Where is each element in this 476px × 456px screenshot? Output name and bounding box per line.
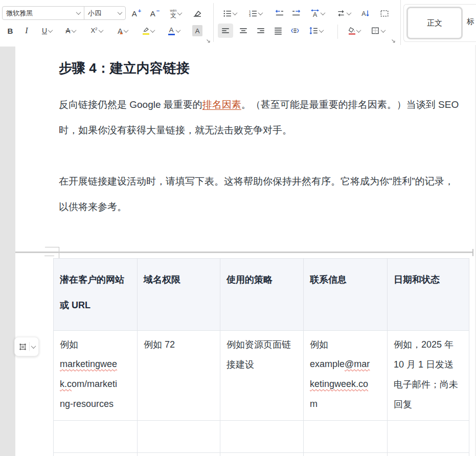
shading-fill-button[interactable] (345, 24, 364, 38)
distribute-icon (290, 26, 300, 35)
grow-font-button[interactable]: A+ (129, 6, 144, 20)
header-cell-prospect-site[interactable]: 潜在客户的网站或 URL (53, 259, 137, 330)
character-border-button[interactable] (378, 6, 391, 20)
line-spacing-button[interactable] (306, 24, 326, 38)
empty-cell[interactable] (53, 453, 137, 456)
chevron-down-icon (319, 28, 324, 33)
shrink-font-icon: A (150, 10, 155, 17)
chevron-down-icon (356, 28, 361, 33)
margin-corner-mark (59, 253, 59, 258)
align-center-button[interactable] (236, 24, 251, 38)
numbered-list-button[interactable]: 1 2 3 (246, 6, 264, 20)
font-dialog-launcher[interactable] (206, 38, 211, 43)
char-border-icon (380, 9, 389, 18)
empty-cell[interactable] (387, 453, 469, 456)
align-right-button[interactable] (254, 24, 268, 38)
margin-corner-mark (59, 247, 59, 252)
italic-button[interactable]: I (21, 24, 32, 38)
style-item-normal[interactable]: 正文 (406, 7, 463, 39)
table-row: 例如marketingweek.com/marketing-resources … (53, 331, 469, 421)
wrap-arrows-icon (336, 9, 346, 18)
empty-cell[interactable] (303, 453, 387, 456)
strikethrough-button[interactable]: A (61, 24, 80, 38)
align-center-icon (239, 26, 248, 35)
margin-corner-mark (45, 247, 59, 247)
bold-icon: B (8, 27, 13, 35)
text-wrap-button[interactable] (334, 6, 353, 20)
align-right-icon (256, 26, 265, 35)
line-spacing-icon (309, 26, 318, 35)
cell-example-date[interactable]: 例如，2025 年10 月 1 日发送电子邮件；尚未回复 (387, 331, 469, 420)
chevron-down-icon (381, 28, 386, 33)
borders-button[interactable] (368, 24, 388, 38)
chevron-down-icon (31, 344, 36, 349)
chevron-down-icon (48, 28, 53, 33)
style-item-heading-partial[interactable]: 标 (467, 7, 476, 36)
font-name-select[interactable]: 微软雅黑 (3, 7, 84, 19)
italic-icon: I (25, 26, 28, 35)
empty-cell[interactable] (303, 421, 387, 452)
empty-cell[interactable] (220, 421, 303, 452)
header-cell-date-status[interactable]: 日期和状态 (387, 259, 469, 330)
empty-cell[interactable] (387, 421, 469, 452)
align-left-icon (221, 26, 230, 35)
character-scale-button[interactable]: A (307, 6, 328, 20)
cell-example-email[interactable]: 例如example@marketingweek.com (303, 331, 387, 420)
text-effects-button[interactable]: A (114, 24, 132, 38)
font-color-button[interactable]: A (165, 24, 183, 38)
cell-example-strategy[interactable]: 例如资源页面链接建设 (220, 331, 303, 420)
superscript-button[interactable]: X2 (87, 24, 106, 38)
increase-indent-button[interactable] (290, 6, 303, 20)
highlight-button[interactable] (139, 24, 157, 38)
empty-cell[interactable] (137, 453, 220, 456)
justify-button[interactable] (271, 24, 285, 38)
align-left-button[interactable] (218, 24, 233, 38)
chevron-down-icon (118, 10, 123, 15)
chevron-down-icon (321, 10, 326, 15)
empty-cell[interactable] (53, 421, 137, 452)
phonetic-guide-button[interactable]: wén文 (166, 6, 186, 20)
header-cell-contact-info[interactable]: 联系信息 (303, 259, 387, 330)
cell-example-url[interactable]: 例如marketingweek.com/marketing-resources (53, 331, 137, 420)
header-cell-domain-authority[interactable]: 域名权限 (137, 259, 220, 330)
char-scale-icon: A (310, 9, 320, 18)
character-shading-button[interactable]: A (191, 24, 203, 38)
bullet-list-button[interactable] (220, 6, 239, 20)
table-row-handle[interactable] (14, 337, 39, 356)
heading-step4: 步骤 4：建立内容链接 (59, 59, 190, 77)
cell-example-da[interactable]: 例如 72 (137, 331, 220, 420)
numbered-list-icon: 1 2 3 (248, 9, 257, 18)
strikethrough-icon: A (65, 27, 70, 35)
empty-cell[interactable] (220, 453, 303, 456)
superscript-icon: X2 (90, 27, 97, 34)
ribbon-toolbar: 微软雅黑 小四 A+ A− wén文 (0, 0, 476, 45)
svg-text:A: A (313, 11, 318, 18)
justify-icon (274, 26, 283, 35)
sort-button[interactable]: A (358, 6, 372, 20)
launcher-arrow-icon (206, 38, 211, 43)
handle-divider (29, 342, 30, 351)
font-size-select[interactable]: 小四 (84, 7, 125, 19)
header-cell-strategy[interactable]: 使用的策略 (220, 259, 303, 330)
chevron-down-icon (175, 28, 180, 33)
bullet-list-icon (223, 9, 232, 18)
document-canvas[interactable]: 步骤 4：建立内容链接 反向链接仍然是 Google 最重要的排名因素。（甚至可… (0, 45, 476, 456)
chevron-down-icon (150, 28, 155, 33)
empty-cell[interactable] (137, 421, 220, 452)
decrease-indent-button[interactable] (273, 6, 286, 20)
chevron-down-icon (258, 10, 263, 15)
underline-button[interactable]: U (38, 24, 56, 38)
paragraph-dialog-launcher[interactable] (391, 38, 396, 43)
sort-icon: A (360, 9, 370, 18)
eraser-icon (192, 9, 201, 18)
bold-button[interactable]: B (4, 24, 16, 38)
clear-format-button[interactable] (190, 6, 203, 20)
shrink-font-button[interactable]: A− (147, 6, 163, 20)
style-item-label: 正文 (427, 18, 442, 28)
font-name-value: 微软雅黑 (6, 9, 33, 18)
svg-text:A: A (361, 10, 366, 17)
paragraph-backlinks: 反向链接仍然是 Google 最重要的排名因素。（甚至可能是最重要的排名因素。）… (59, 92, 459, 143)
font-size-value: 小四 (88, 9, 101, 18)
page-margin-strip (0, 47, 15, 456)
distribute-button[interactable] (287, 24, 303, 38)
